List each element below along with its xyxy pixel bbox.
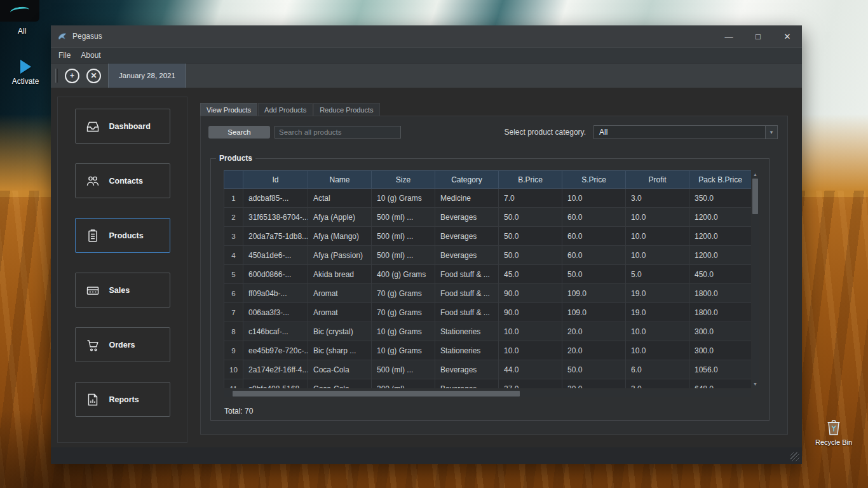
sidebar-item-reports[interactable]: Reports [75,382,170,417]
table-cell[interactable]: Food stuff & ... [435,303,499,322]
tab-add-products[interactable]: Add Products [258,103,313,116]
table-cell[interactable]: 50.0 [499,208,562,227]
table-row[interactable]: 231f65138-6704-...Afya (Apple)500 (ml) .… [224,208,752,227]
table-cell[interactable]: Aromat [308,284,372,303]
table-cell[interactable]: 109.0 [562,284,626,303]
column-header-id[interactable]: Id [243,171,308,189]
table-row[interactable]: 8c146bcaf-...Bic (crystal)10 (g) GramsSt… [224,322,752,341]
table-cell[interactable]: 1800.0 [689,303,752,322]
row-number[interactable]: 3 [224,227,243,246]
table-cell[interactable]: Food stuff & ... [435,284,499,303]
table-cell[interactable]: 60.0 [562,246,626,265]
table-cell[interactable]: 450.0 [689,265,752,284]
table-row[interactable]: 6ff09a04b-...Aromat70 (g) GramsFood stuf… [224,284,752,303]
table-cell[interactable]: 648.0 [689,379,752,389]
table-cell[interactable]: 60.0 [562,227,626,246]
table-cell[interactable]: Beverages [435,379,499,389]
toolbar-drag-handle[interactable] [55,69,58,83]
table-cell[interactable]: 1200.0 [689,227,752,246]
table-cell[interactable]: Afya (Apple) [308,208,372,227]
desktop-corner-app[interactable] [0,0,39,22]
activate-shortcut[interactable]: Activate [6,60,44,86]
menu-file[interactable]: File [53,48,76,62]
table-cell[interactable]: Aromat [308,303,372,322]
sidebar-item-products[interactable]: Products [75,218,170,253]
table-cell[interactable]: Afya (Mango) [308,227,372,246]
table-cell[interactable]: Medicine [435,189,499,208]
table-cell[interactable]: 300.0 [689,341,752,360]
scroll-up-icon[interactable]: ▲ [752,171,759,178]
table-cell[interactable]: 31f65138-6704-... [243,208,308,227]
table-cell[interactable]: Coca-Cola [308,379,372,389]
table-row[interactable]: 11c9bfa408-5168-...Coca-Cola300 (ml) ...… [224,379,752,389]
table-cell[interactable]: 10 (g) Grams [372,189,435,208]
table-cell[interactable]: 500 (ml) ... [372,360,435,379]
search-button[interactable]: Search [208,126,270,139]
table-cell[interactable]: 60.0 [562,208,626,227]
table-row[interactable]: 7006aa3f3-...Aromat70 (g) GramsFood stuf… [224,303,752,322]
table-cell[interactable]: 10 (g) Grams [372,341,435,360]
table-cell[interactable]: 19.0 [626,284,689,303]
column-header-name[interactable]: Name [308,171,372,189]
column-header-category[interactable]: Category [435,171,499,189]
table-cell[interactable]: 1800.0 [689,284,752,303]
vertical-scrollbar[interactable]: ▲ ▼ [752,170,759,388]
table-cell[interactable]: 7.0 [499,189,562,208]
table-cell[interactable]: Coca-Cola [308,360,372,379]
table-cell[interactable]: 3.0 [626,379,689,389]
category-dropdown[interactable]: All ▾ [593,125,778,139]
column-header-profit[interactable]: Profit [626,171,689,189]
table-cell[interactable]: Stationeries [435,341,499,360]
close-button[interactable]: ✕ [773,25,802,47]
table-row[interactable]: 9ee45b97e-720c-...Bic (sharp ...10 (g) G… [224,341,752,360]
minimize-button[interactable]: — [714,25,743,47]
table-cell[interactable]: 70 (g) Grams [372,303,435,322]
table-cell[interactable]: ee45b97e-720c-... [243,341,308,360]
row-number[interactable]: 5 [224,265,243,284]
table-cell[interactable]: 2a174e2f-16ff-4... [243,360,308,379]
maximize-button[interactable]: □ [743,25,773,47]
table-cell[interactable]: 45.0 [499,265,562,284]
horizontal-scroll-thumb[interactable] [233,391,520,396]
table-cell[interactable]: 30.0 [562,379,626,389]
tab-reduce-products[interactable]: Reduce Products [313,103,379,116]
date-toggle[interactable]: January 28, 2021 [108,64,186,88]
add-date-button[interactable]: + [65,69,79,83]
table-cell[interactable]: Actal [308,189,372,208]
search-input[interactable] [275,126,401,139]
clear-date-button[interactable]: ✕ [86,69,101,83]
sidebar-item-dashboard[interactable]: Dashboard [75,109,170,144]
table-cell[interactable]: 90.0 [499,303,562,322]
titlebar[interactable]: Pegasus — □ ✕ [51,25,802,47]
table-cell[interactable]: Akida bread [308,265,372,284]
table-cell[interactable]: 10 (g) Grams [372,322,435,341]
table-cell[interactable]: 1200.0 [689,208,752,227]
table-row[interactable]: 1adcbaf85-...Actal10 (g) GramsMedicine7.… [224,189,752,208]
row-number[interactable]: 6 [224,284,243,303]
table-cell[interactable]: 50.0 [562,265,626,284]
table-cell[interactable]: 400 (g) Grams [372,265,435,284]
table-cell[interactable]: 5.0 [626,265,689,284]
table-row[interactable]: 5600d0866-...Akida bread400 (g) GramsFoo… [224,265,752,284]
table-cell[interactable]: 350.0 [689,189,752,208]
row-number[interactable]: 11 [224,379,243,389]
table-cell[interactable]: Stationeries [435,322,499,341]
column-header-pack-b-price[interactable]: Pack B.Price [689,171,752,189]
table-cell[interactable]: c146bcaf-... [243,322,308,341]
table-cell[interactable]: 500 (ml) ... [372,208,435,227]
row-number[interactable]: 9 [224,341,243,360]
column-header-s-price[interactable]: S.Price [562,171,626,189]
table-cell[interactable]: 10.0 [562,189,626,208]
table-cell[interactable]: 20.0 [562,322,626,341]
tab-view-products[interactable]: View Products [200,103,257,116]
table-cell[interactable]: 6.0 [626,360,689,379]
table-cell[interactable]: 70 (g) Grams [372,284,435,303]
vertical-scroll-thumb[interactable] [752,179,758,214]
table-cell[interactable]: Beverages [435,246,499,265]
row-number[interactable]: 7 [224,303,243,322]
column-header-b-price[interactable]: B.Price [499,171,562,189]
table-cell[interactable]: 450a1de6-... [243,246,308,265]
table-cell[interactable]: ff09a04b-... [243,284,308,303]
table-row[interactable]: 102a174e2f-16ff-4...Coca-Cola500 (ml) ..… [224,360,752,379]
row-number[interactable]: 4 [224,246,243,265]
